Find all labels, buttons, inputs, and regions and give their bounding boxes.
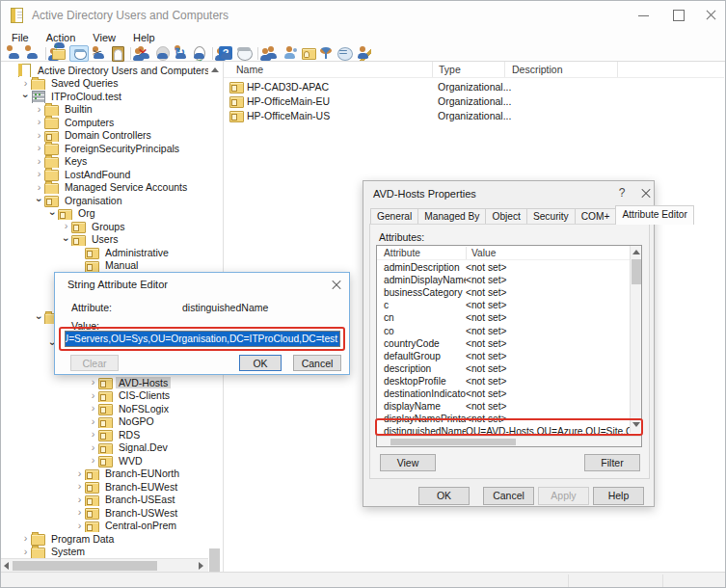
help-icon[interactable] xyxy=(218,45,234,61)
set-filter-icon[interactable] xyxy=(318,45,335,61)
tree-chevron-icon[interactable] xyxy=(88,416,98,427)
attribute-row[interactable]: countryCode <not set> xyxy=(377,337,630,350)
view-options-icon[interactable] xyxy=(336,45,353,61)
attribute-row[interactable]: destinationIndicator <not set> xyxy=(377,388,630,400)
scroll-down-icon[interactable] xyxy=(632,422,640,427)
tree-item[interactable]: Manual xyxy=(1,259,208,273)
tree-item[interactable]: RDS xyxy=(1,428,208,441)
tree-item[interactable]: Branch-USEast xyxy=(1,494,208,507)
console-window-icon[interactable] xyxy=(236,45,253,61)
maximize-button[interactable] xyxy=(664,1,693,28)
attribute-row[interactable]: displayName <not set> xyxy=(377,400,630,413)
tree-item[interactable]: Keys xyxy=(1,155,208,169)
scroll-right-icon[interactable] xyxy=(199,562,203,570)
tree-chevron-icon[interactable] xyxy=(88,377,98,388)
tree-item[interactable]: Signal.Dev xyxy=(1,441,208,455)
tree-chevron-icon[interactable] xyxy=(34,195,44,205)
tree-horizontal-scrollbar[interactable] xyxy=(1,558,208,572)
attributes-vertical-scrollbar[interactable] xyxy=(630,246,641,433)
scroll-up-icon[interactable] xyxy=(632,250,640,254)
tree-item[interactable]: LostAndFound xyxy=(1,168,208,181)
dialog-close-icon[interactable] xyxy=(326,277,347,294)
minimize-button[interactable] xyxy=(630,1,659,28)
tree-chevron-icon[interactable] xyxy=(20,78,31,89)
attribute-row[interactable]: cn <not set> xyxy=(377,311,630,324)
tree-item[interactable]: Saved Queries xyxy=(1,77,208,91)
tree-item[interactable]: ForeignSecurityPrincipals xyxy=(1,142,208,155)
new-user-icon[interactable] xyxy=(263,45,280,61)
menu-item[interactable]: File xyxy=(3,31,38,44)
attribute-row[interactable]: adminDescription <not set> xyxy=(377,261,630,274)
tree-item[interactable]: NoGPO xyxy=(1,415,208,429)
tree-chevron-icon[interactable] xyxy=(74,494,85,505)
tree-item[interactable]: Domain Controllers xyxy=(1,129,208,143)
new-group-icon[interactable] xyxy=(282,45,298,61)
value-input[interactable]: =Azure,OU=Site,OU=Servers,OU=Sys,OU=Orga… xyxy=(65,331,340,347)
attribute-row[interactable]: businessCategory <not set> xyxy=(377,286,630,299)
tree-item[interactable]: Users xyxy=(1,233,208,247)
attribute-row[interactable]: co <not set> xyxy=(377,324,630,336)
attributes-horizontal-scrollbar[interactable] xyxy=(377,436,641,446)
scroll-up-icon[interactable] xyxy=(211,67,219,72)
tree-chevron-icon[interactable] xyxy=(34,130,44,141)
list-item[interactable]: HP-OfficeMain-EU Organizational... xyxy=(224,94,724,108)
tree-item[interactable]: System xyxy=(1,546,208,559)
column-header-description[interactable]: Description xyxy=(505,62,618,77)
back-icon[interactable] xyxy=(6,45,22,61)
forward-icon[interactable] xyxy=(24,45,40,61)
close-button[interactable] xyxy=(697,1,726,28)
scrollbar-thumb[interactable] xyxy=(632,259,641,284)
cut-icon[interactable] xyxy=(91,45,107,61)
tree-item[interactable]: Org xyxy=(1,207,208,221)
tree-chevron-icon[interactable] xyxy=(34,143,44,153)
cancel-button[interactable]: Cancel xyxy=(293,355,341,371)
tab[interactable]: Security xyxy=(526,208,576,225)
attribute-row[interactable]: adminDisplayName <not set> xyxy=(377,274,630,286)
filter-button[interactable]: Filter xyxy=(584,454,640,471)
tree-chevron-icon[interactable] xyxy=(34,182,44,193)
tree-chevron-icon[interactable] xyxy=(74,507,85,518)
column-header-name[interactable]: Name xyxy=(224,62,433,77)
refresh-icon[interactable] xyxy=(173,45,189,61)
tree-chevron-icon[interactable] xyxy=(88,442,98,453)
tree-item[interactable]: Organisation xyxy=(1,194,208,207)
tab[interactable]: Object xyxy=(485,208,526,225)
delete-icon[interactable] xyxy=(136,45,152,61)
tab[interactable]: COM+ xyxy=(575,208,617,225)
tree-chevron-icon[interactable] xyxy=(34,169,44,179)
tree-item[interactable]: ITProCloud.test xyxy=(1,90,208,103)
tree-chevron-icon[interactable] xyxy=(20,533,31,544)
attribute-row[interactable]: c <not set> xyxy=(377,299,630,311)
tree-item[interactable]: Central-onPrem xyxy=(1,520,208,533)
tree-item[interactable]: Branch-EUNorth xyxy=(1,468,208,481)
tab[interactable]: General xyxy=(370,208,418,225)
tree-item[interactable]: Branch-EUWest xyxy=(1,480,208,494)
tree-chevron-icon[interactable] xyxy=(20,91,31,101)
tree-chevron-icon[interactable] xyxy=(88,390,98,401)
tree-item[interactable]: Active Directory Users and Computers [AD… xyxy=(1,64,208,77)
tree-item[interactable]: Branch-USWest xyxy=(1,506,208,520)
export-list-icon[interactable] xyxy=(191,45,207,61)
ok-button[interactable]: OK xyxy=(418,487,470,505)
tab[interactable]: Managed By xyxy=(417,208,486,225)
tree-chevron-icon[interactable] xyxy=(34,104,44,115)
tree-item[interactable]: Computers xyxy=(1,116,208,129)
column-header-value[interactable]: Value xyxy=(471,248,496,258)
tree-chevron-icon[interactable] xyxy=(61,221,71,231)
dialog-help-button[interactable]: ? xyxy=(612,186,632,203)
ok-button[interactable]: OK xyxy=(239,355,282,371)
tree-item[interactable]: Administrative xyxy=(1,246,208,259)
tree-chevron-icon[interactable] xyxy=(88,403,98,414)
tab[interactable]: Attribute Editor xyxy=(615,205,693,225)
scrollbar-thumb[interactable] xyxy=(13,561,157,571)
tree-chevron-icon[interactable] xyxy=(20,547,31,557)
tree-item[interactable]: AVD-Hosts xyxy=(1,376,208,389)
list-item[interactable]: HP-OfficeMain-US Organizational... xyxy=(224,108,724,122)
tree-item[interactable]: Builtin xyxy=(1,103,208,117)
menu-item[interactable]: View xyxy=(84,31,124,44)
attribute-row[interactable]: defaultGroup <not set> xyxy=(377,350,630,362)
tree-chevron-icon[interactable] xyxy=(34,312,44,323)
tree-item[interactable]: Managed Service Accounts xyxy=(1,181,208,195)
tree-item[interactable]: CIS-Clients xyxy=(1,389,208,403)
column-header-attribute[interactable]: Attribute xyxy=(384,248,420,258)
